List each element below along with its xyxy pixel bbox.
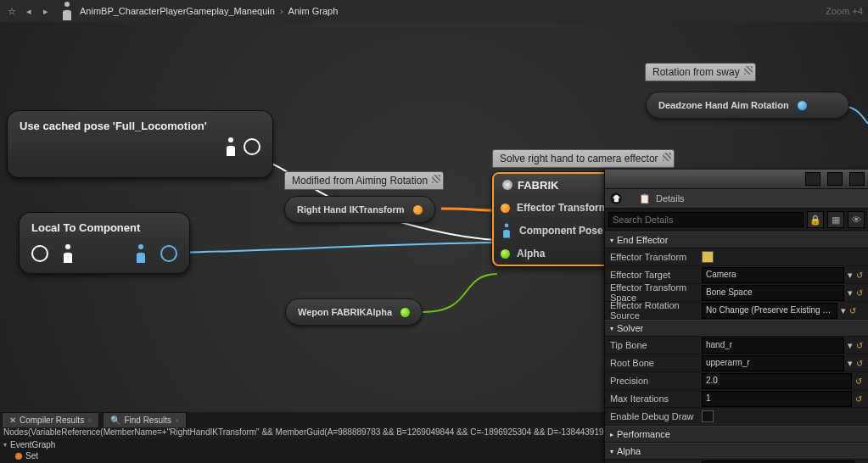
details-tab-label: Details [656, 193, 685, 204]
tab-compiler-results[interactable]: ✕Compiler Results× [2, 412, 99, 427]
svg-point-3 [138, 244, 143, 249]
breadcrumb-graph: Anim Graph [288, 6, 339, 16]
fabrik-pin-effector[interactable] [501, 204, 510, 213]
checkbox-effector-transform[interactable] [702, 251, 714, 263]
section-solver[interactable]: ▾Solver [605, 320, 868, 337]
results-tree[interactable]: ▾EventGraph Set Set [0, 439, 602, 463]
fabrik-pin-alpha[interactable] [501, 249, 510, 259]
svg-point-2 [65, 244, 70, 249]
favorite-icon[interactable]: ☆ [5, 4, 19, 18]
breadcrumb[interactable]: AnimBP_CharacterPlayerGameplay_Manequin … [59, 0, 338, 22]
select-tip-bone[interactable]: hand_r [702, 337, 844, 354]
output-pin-pose[interactable] [244, 138, 260, 155]
svg-point-4 [505, 224, 509, 228]
view-options-icon[interactable]: 👁 [848, 211, 865, 228]
comment-rotation-sway[interactable]: Rotation from sway [645, 63, 756, 81]
breadcrumb-sep: › [280, 6, 283, 16]
node-deadzone-rotation[interactable]: Deadzone Hand Aim Rotation [646, 92, 849, 119]
svg-point-1 [228, 137, 233, 142]
search-input[interactable] [608, 212, 804, 227]
fabrik-lbl-pose: Component Pose [519, 225, 603, 237]
bottom-tabs: ✕Compiler Results× 🔍Find Results× [0, 412, 187, 427]
select-alpha-input-type[interactable]: Float Value [702, 460, 854, 464]
section-performance[interactable]: ▸Performance [605, 426, 868, 443]
back-icon[interactable]: ◂ [22, 4, 36, 18]
tab-find-results[interactable]: 🔍Find Results× [103, 412, 187, 427]
details-tab[interactable]: 📋 Details [605, 189, 868, 209]
lock-icon[interactable]: 🔒 [807, 211, 824, 228]
pose-icon-in [60, 243, 76, 265]
reset-icon[interactable]: ↺ [855, 377, 863, 385]
comment-solve-right[interactable]: Solve right hand to camera effector [492, 149, 675, 168]
set-node-icon [15, 453, 22, 460]
property-matrix-icon[interactable]: ▦ [827, 211, 844, 228]
node-right-hand-ik-label: Right Hand IKTransform [297, 204, 405, 215]
node-fabrik[interactable]: FABRIK Effector Transform Component Pose… [492, 172, 623, 266]
reset-icon[interactable]: ↺ [856, 288, 863, 297]
reset-icon[interactable]: ↺ [855, 394, 863, 403]
fabrik-lbl-effector: Effector Transform [517, 202, 608, 214]
select-root-bone[interactable]: upperarm_r [702, 355, 844, 371]
pose-icon-fabrik [501, 222, 512, 239]
node-weapon-alpha[interactable]: Wepon FABRIKAlpha [285, 298, 423, 326]
log-line: Nodes(VariableReference(MemberName=+"Rig… [0, 427, 609, 439]
fabrik-lbl-alpha: Alpha [517, 248, 545, 259]
blueprint-icon [59, 0, 75, 22]
section-alpha[interactable]: ▾Alpha [605, 443, 868, 460]
breadcrumb-asset: AnimBP_CharacterPlayerGameplay_Manequin [80, 6, 275, 16]
reset-icon[interactable]: ↺ [856, 359, 863, 367]
select-effector-target[interactable]: Camera [702, 267, 844, 283]
output-pin-struct[interactable] [798, 101, 807, 110]
node-cached-pose[interactable]: Use cached pose 'Full_Locomotion' [7, 110, 273, 178]
comment-aiming-rotation[interactable]: Modified from Aiming Rotation [284, 171, 444, 190]
details-panel: 📋 Details 🔒 ▦ 👁 ▾End Effector Effector T… [604, 170, 868, 463]
window-minimize-icon[interactable] [805, 172, 820, 186]
select-rotation-source[interactable]: No Change (Preserve Existing Component S… [702, 303, 837, 319]
node-fabrik-title: FABRIK [494, 174, 621, 197]
input-precision[interactable]: 2.0 [702, 373, 852, 389]
output-pin-float[interactable] [400, 308, 410, 317]
details-window-controls [605, 170, 868, 189]
details-search-row: 🔒 ▦ 👁 [605, 209, 868, 232]
pose-icon-out [133, 243, 148, 265]
window-maximize-icon[interactable] [827, 172, 843, 186]
select-transform-space[interactable]: Bone Space [702, 285, 844, 301]
input-max-iterations[interactable]: 1 [702, 391, 852, 407]
checkbox-debug-draw[interactable] [702, 410, 714, 422]
node-local-to-component[interactable]: Local To Component [19, 212, 190, 274]
node-deadzone-label: Deadzone Hand Aim Rotation [658, 100, 789, 110]
reset-icon[interactable]: ↺ [849, 306, 858, 315]
forward-icon[interactable]: ▸ [39, 4, 53, 18]
node-weapon-alpha-label: Wepon FABRIKAlpha [298, 307, 392, 317]
svg-point-0 [64, 2, 70, 7]
zoom-label: Zoom +4 [826, 6, 863, 16]
toolbar: ☆ ◂ ▸ AnimBP_CharacterPlayerGameplay_Man… [0, 0, 868, 23]
node-local-title: Local To Component [31, 221, 177, 234]
reset-icon[interactable]: ↺ [856, 341, 863, 349]
node-cached-pose-title: Use cached pose 'Full_Locomotion' [20, 120, 260, 132]
window-close-icon[interactable] [849, 172, 865, 186]
input-pin-local-pose[interactable] [31, 245, 48, 262]
reset-icon[interactable]: ↺ [856, 271, 863, 279]
output-pin-transform[interactable] [413, 205, 423, 215]
section-end-effector[interactable]: ▾End Effector [605, 232, 868, 248]
unreal-icon [610, 192, 622, 204]
pose-icon [223, 136, 238, 158]
nav-buttons: ☆ ◂ ▸ [5, 4, 53, 18]
node-right-hand-ik[interactable]: Right Hand IKTransform [284, 196, 435, 223]
output-pin-component-pose[interactable] [160, 245, 177, 262]
